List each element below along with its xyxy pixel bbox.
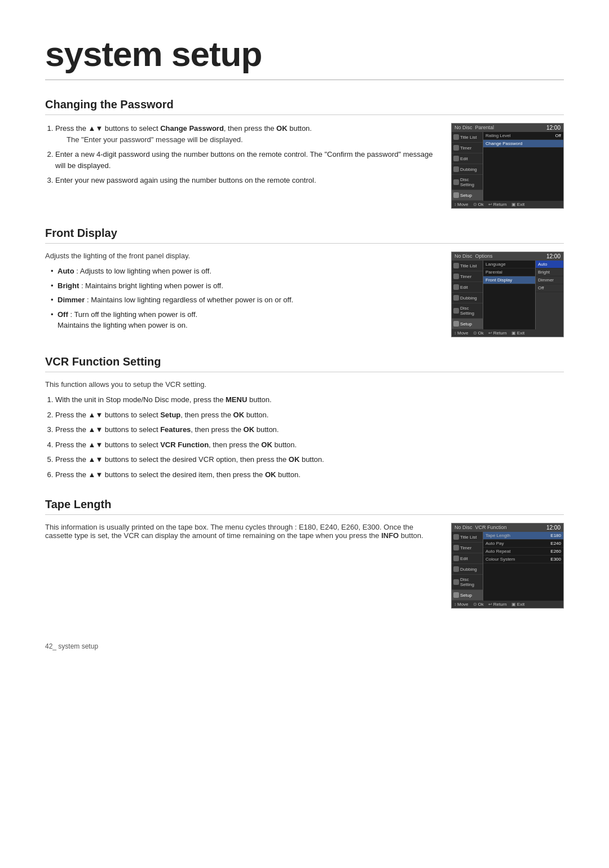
footer-return: ↩Return — [488, 331, 507, 336]
sidebar-item-edit: Edit — [452, 282, 483, 293]
exit-icon: ▣ — [511, 202, 516, 207]
return-icon: ↩ — [488, 331, 492, 336]
page-footer: 42_ system setup — [45, 642, 564, 650]
screen-footer: ↕ Move ⊙Ok ↩Return ▣Exit — [452, 201, 563, 208]
list-item: Off : Turn off the lighting when power i… — [51, 309, 438, 331]
section-text-changing-password: Press the ▲▼ buttons to select Change Pa… — [45, 123, 438, 191]
row-value: E300 — [550, 557, 561, 562]
sidebar-label: Disc Setting — [460, 177, 481, 187]
sidebar-item-disc: Disc Setting — [452, 175, 483, 190]
screen-label: No Disc Parental — [454, 125, 494, 131]
ui-screen-tape-length: No Disc VCR Function 12:00 Title List Ti… — [451, 523, 564, 609]
ui-screen-front-display: No Disc Options 12:00 Title List Timer E… — [451, 252, 564, 337]
row-label: Parental — [486, 270, 502, 275]
sidebar-item-titlelist: Title List — [452, 132, 483, 143]
vcr-function-intro: This function allows you to setup the VC… — [45, 380, 564, 389]
footer-ok: ⊙Ok — [473, 202, 484, 207]
row-value: Off — [555, 133, 561, 138]
sidebar-label: Disc Setting — [460, 577, 481, 587]
disc2-icon — [453, 179, 459, 185]
screen-label: No Disc Options — [454, 253, 493, 259]
sidebar-item-setup: Setup — [452, 590, 483, 601]
move-icon: ↕ — [454, 331, 456, 336]
list-item: Press the ▲▼ buttons to select Setup, th… — [55, 409, 564, 421]
sidebar-item-disc: Disc Setting — [452, 575, 483, 590]
content-row-highlighted: Change Password — [483, 140, 563, 148]
row-value: E240 — [550, 541, 561, 546]
sidebar-item-dubbing: Dubbing — [452, 293, 483, 303]
content-row: Language — [483, 261, 535, 268]
sidebar-item-titlelist: Title List — [452, 532, 483, 543]
sidebar-label: Title List — [460, 535, 477, 540]
sidebar-item-edit: Edit — [452, 153, 483, 164]
sidebar-label: Timer — [460, 545, 471, 550]
edit-icon — [453, 284, 459, 290]
section-title-front-display: Front Display — [45, 227, 564, 244]
edit-icon — [453, 156, 459, 161]
gear-icon — [453, 592, 459, 598]
section-front-display: Front Display Adjusts the lighting of th… — [45, 227, 564, 337]
page-title: system setup — [45, 34, 564, 80]
sidebar-item-dubbing: Dubbing — [452, 564, 483, 575]
content-row-highlighted: Tape Length E180 — [483, 532, 563, 540]
option-item-auto: Auto — [536, 261, 563, 268]
sidebar-label: Edit — [460, 556, 468, 561]
section-changing-password: Changing the Password Press the ▲▼ butto… — [45, 98, 564, 209]
list-item: Press the ▲▼ buttons to select Change Pa… — [55, 123, 438, 145]
screen-header: No Disc VCR Function 12:00 — [452, 523, 563, 532]
sidebar-item-timer: Timer — [452, 543, 483, 553]
screen-sub-col: Auto Bright Dimmer Off — [535, 261, 563, 329]
content-row: Rating Level Off — [483, 132, 563, 140]
row-value: E180 — [550, 533, 561, 538]
timer-icon — [453, 274, 459, 279]
row-label: Auto Repeat — [486, 549, 510, 554]
ok-icon: ⊙ — [473, 202, 477, 207]
disc-icon — [453, 534, 459, 540]
footer-return: ↩Return — [488, 202, 507, 207]
disc-icon — [453, 263, 459, 268]
sub-note: The "Enter your password" message will b… — [67, 134, 438, 146]
screen-body: Title List Timer Edit Dubbing Disc Setti… — [452, 261, 563, 329]
sidebar-item-dubbing: Dubbing — [452, 164, 483, 175]
dubbing-icon — [453, 166, 459, 172]
sidebar-label: Disc Setting — [460, 306, 481, 316]
sidebar-item-setup: Setup — [452, 319, 483, 329]
sidebar-item-titlelist: Title List — [452, 261, 483, 271]
content-row: Parental — [483, 268, 535, 276]
footer-move: ↕ Move — [454, 202, 469, 207]
gear-icon — [453, 321, 459, 327]
option-item-dimmer: Dimmer — [536, 276, 563, 284]
section-title-changing-password: Changing the Password — [45, 98, 564, 115]
content-row: Auto Pay E240 — [483, 540, 563, 548]
sidebar-item-edit: Edit — [452, 553, 483, 564]
gear-icon — [453, 192, 459, 198]
footer-exit: ▣Exit — [511, 331, 524, 336]
footer-ok: ⊙Ok — [473, 331, 484, 336]
content-row: Auto Repeat E260 — [483, 548, 563, 556]
tape-length-intro: This information is usually printed on t… — [45, 523, 438, 540]
list-item: With the unit in Stop mode/No Disc mode,… — [55, 394, 564, 406]
vcr-function-list: With the unit in Stop mode/No Disc mode,… — [55, 394, 564, 480]
move-icon: ↕ — [454, 202, 456, 207]
footer-move: ↕ Move — [454, 331, 469, 336]
section-body-front-display: Adjusts the lighting of the front panel … — [45, 252, 564, 337]
sidebar-label: Dubbing — [460, 296, 477, 301]
sidebar-label: Dubbing — [460, 567, 477, 572]
dubbing-icon — [453, 295, 459, 301]
sidebar-label: Title List — [460, 135, 477, 140]
row-value: E260 — [550, 549, 561, 554]
row-label: Colour System — [486, 557, 515, 562]
footer-move: ↕ Move — [454, 602, 469, 607]
sidebar-item-timer: Timer — [452, 271, 483, 282]
changing-password-list: Press the ▲▼ buttons to select Change Pa… — [55, 123, 438, 186]
section-vcr-function: VCR Function Setting This function allow… — [45, 355, 564, 480]
front-display-intro: Adjusts the lighting of the front panel … — [45, 252, 438, 260]
footer-exit: ▣Exit — [511, 602, 524, 607]
screen-time: 12:00 — [546, 125, 561, 131]
footer-return: ↩Return — [488, 602, 507, 607]
row-label: Language — [486, 262, 506, 267]
footer-exit: ▣Exit — [511, 202, 524, 207]
row-label: Rating Level — [486, 133, 510, 138]
edit-icon — [453, 556, 459, 561]
screen-body: Title List Timer Edit Dubbing Disc Setti… — [452, 132, 563, 201]
